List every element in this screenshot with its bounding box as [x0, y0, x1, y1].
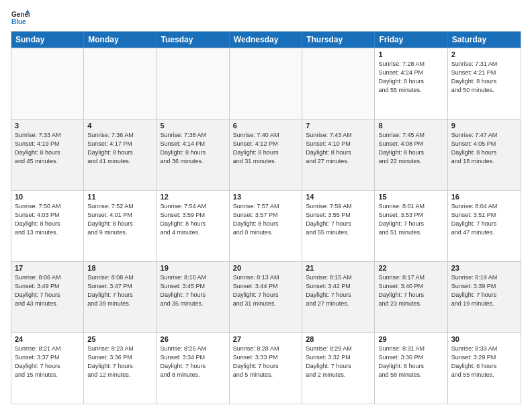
day-number: 14 [306, 193, 371, 201]
calendar-cell-4-5: 21Sunrise: 8:15 AM Sunset: 3:42 PM Dayli… [302, 262, 375, 332]
day-number: 13 [233, 193, 298, 201]
calendar-cell-4-1: 17Sunrise: 8:06 AM Sunset: 3:49 PM Dayli… [11, 262, 84, 332]
day-info: Sunrise: 7:38 AM Sunset: 4:14 PM Dayligh… [161, 131, 226, 166]
day-info: Sunrise: 8:31 AM Sunset: 3:30 PM Dayligh… [378, 345, 443, 379]
calendar-cell-2-3: 5Sunrise: 7:38 AM Sunset: 4:14 PM Daylig… [157, 120, 230, 190]
day-number: 3 [15, 122, 80, 130]
day-number: 20 [233, 264, 298, 272]
day-number: 21 [306, 264, 371, 272]
calendar-cell-2-4: 6Sunrise: 7:40 AM Sunset: 4:12 PM Daylig… [230, 120, 302, 190]
day-info: Sunrise: 8:25 AM Sunset: 3:34 PM Dayligh… [161, 345, 226, 379]
day-number: 16 [451, 193, 517, 201]
day-info: Sunrise: 8:33 AM Sunset: 3:29 PM Dayligh… [451, 345, 517, 379]
day-number: 10 [15, 193, 80, 201]
day-number: 27 [233, 335, 298, 343]
day-info: Sunrise: 7:40 AM Sunset: 4:12 PM Dayligh… [233, 131, 298, 166]
logo-icon: General Blue [11, 8, 30, 27]
calendar-cell-3-5: 14Sunrise: 7:59 AM Sunset: 3:55 PM Dayli… [302, 191, 375, 261]
calendar-cell-4-7: 23Sunrise: 8:19 AM Sunset: 3:39 PM Dayli… [448, 262, 521, 332]
page: General Blue SundayMondayTuesdayWednesda… [0, 0, 532, 411]
day-number: 11 [87, 193, 152, 201]
day-number: 29 [378, 335, 443, 343]
day-number: 23 [451, 264, 517, 272]
day-number: 9 [451, 122, 517, 130]
day-number: 26 [161, 335, 226, 343]
day-header-wednesday: Wednesday [230, 32, 302, 48]
day-info: Sunrise: 7:57 AM Sunset: 3:57 PM Dayligh… [233, 202, 298, 237]
day-info: Sunrise: 8:04 AM Sunset: 3:51 PM Dayligh… [451, 202, 517, 237]
calendar-cell-1-2 [84, 48, 157, 119]
day-info: Sunrise: 7:28 AM Sunset: 4:24 PM Dayligh… [378, 60, 443, 95]
day-number: 17 [15, 264, 80, 272]
calendar-cell-1-3 [157, 48, 230, 119]
calendar-cell-3-3: 12Sunrise: 7:54 AM Sunset: 3:59 PM Dayli… [157, 191, 230, 261]
day-info: Sunrise: 8:28 AM Sunset: 3:33 PM Dayligh… [233, 345, 298, 379]
day-number: 5 [161, 122, 226, 130]
day-info: Sunrise: 8:15 AM Sunset: 3:42 PM Dayligh… [306, 273, 371, 308]
day-info: Sunrise: 7:33 AM Sunset: 4:19 PM Dayligh… [15, 131, 80, 166]
logo: General Blue [11, 8, 30, 27]
day-number: 19 [161, 264, 226, 272]
header: General Blue [11, 8, 521, 27]
day-header-saturday: Saturday [448, 32, 521, 48]
calendar-cell-3-6: 15Sunrise: 8:01 AM Sunset: 3:53 PM Dayli… [375, 191, 447, 261]
day-number: 8 [378, 122, 443, 130]
calendar-cell-4-3: 19Sunrise: 8:10 AM Sunset: 3:45 PM Dayli… [157, 262, 230, 332]
calendar-cell-5-2: 25Sunrise: 8:23 AM Sunset: 3:36 PM Dayli… [84, 333, 157, 404]
calendar-cell-2-7: 9Sunrise: 7:47 AM Sunset: 4:05 PM Daylig… [448, 120, 521, 190]
calendar-cell-3-1: 10Sunrise: 7:50 AM Sunset: 4:03 PM Dayli… [11, 191, 84, 261]
calendar-header: SundayMondayTuesdayWednesdayThursdayFrid… [11, 32, 521, 48]
day-number: 24 [15, 335, 80, 343]
calendar-cell-5-1: 24Sunrise: 8:21 AM Sunset: 3:37 PM Dayli… [11, 333, 84, 404]
calendar-row-4: 17Sunrise: 8:06 AM Sunset: 3:49 PM Dayli… [11, 261, 521, 332]
calendar-cell-1-7: 2Sunrise: 7:31 AM Sunset: 4:21 PM Daylig… [448, 48, 521, 119]
calendar-row-3: 10Sunrise: 7:50 AM Sunset: 4:03 PM Dayli… [11, 190, 521, 261]
day-header-friday: Friday [375, 32, 447, 48]
day-info: Sunrise: 7:43 AM Sunset: 4:10 PM Dayligh… [306, 131, 371, 166]
calendar-cell-4-6: 22Sunrise: 8:17 AM Sunset: 3:40 PM Dayli… [375, 262, 447, 332]
calendar-cell-1-5 [302, 48, 375, 119]
calendar-cell-1-4 [230, 48, 302, 119]
day-header-thursday: Thursday [302, 32, 375, 48]
day-number: 25 [87, 335, 152, 343]
calendar-cell-4-4: 20Sunrise: 8:13 AM Sunset: 3:44 PM Dayli… [230, 262, 302, 332]
day-info: Sunrise: 7:36 AM Sunset: 4:17 PM Dayligh… [87, 131, 152, 166]
day-info: Sunrise: 8:23 AM Sunset: 3:36 PM Dayligh… [87, 345, 152, 379]
day-info: Sunrise: 7:31 AM Sunset: 4:21 PM Dayligh… [451, 60, 517, 95]
day-number: 12 [161, 193, 226, 201]
calendar-cell-3-7: 16Sunrise: 8:04 AM Sunset: 3:51 PM Dayli… [448, 191, 521, 261]
day-info: Sunrise: 8:06 AM Sunset: 3:49 PM Dayligh… [15, 273, 80, 308]
calendar-cell-2-2: 4Sunrise: 7:36 AM Sunset: 4:17 PM Daylig… [84, 120, 157, 190]
day-info: Sunrise: 8:10 AM Sunset: 3:45 PM Dayligh… [161, 273, 226, 308]
svg-text:Blue: Blue [11, 18, 26, 26]
calendar-cell-5-5: 28Sunrise: 8:29 AM Sunset: 3:32 PM Dayli… [302, 333, 375, 404]
day-number: 7 [306, 122, 371, 130]
calendar-cell-1-1 [11, 48, 84, 119]
calendar-cell-5-7: 30Sunrise: 8:33 AM Sunset: 3:29 PM Dayli… [448, 333, 521, 404]
day-info: Sunrise: 8:29 AM Sunset: 3:32 PM Dayligh… [306, 345, 371, 379]
day-header-sunday: Sunday [11, 32, 84, 48]
calendar-row-5: 24Sunrise: 8:21 AM Sunset: 3:37 PM Dayli… [11, 332, 521, 404]
calendar-cell-2-1: 3Sunrise: 7:33 AM Sunset: 4:19 PM Daylig… [11, 120, 84, 190]
calendar-cell-5-3: 26Sunrise: 8:25 AM Sunset: 3:34 PM Dayli… [157, 333, 230, 404]
calendar-cell-5-4: 27Sunrise: 8:28 AM Sunset: 3:33 PM Dayli… [230, 333, 302, 404]
calendar-cell-5-6: 29Sunrise: 8:31 AM Sunset: 3:30 PM Dayli… [375, 333, 447, 404]
day-number: 28 [306, 335, 371, 343]
day-number: 15 [378, 193, 443, 201]
calendar-cell-1-6: 1Sunrise: 7:28 AM Sunset: 4:24 PM Daylig… [375, 48, 447, 119]
calendar-cell-4-2: 18Sunrise: 8:08 AM Sunset: 3:47 PM Dayli… [84, 262, 157, 332]
day-info: Sunrise: 7:50 AM Sunset: 4:03 PM Dayligh… [15, 202, 80, 237]
day-info: Sunrise: 7:59 AM Sunset: 3:55 PM Dayligh… [306, 202, 371, 237]
day-number: 1 [378, 50, 443, 58]
calendar-row-1: 1Sunrise: 7:28 AM Sunset: 4:24 PM Daylig… [11, 48, 521, 119]
calendar-cell-3-4: 13Sunrise: 7:57 AM Sunset: 3:57 PM Dayli… [230, 191, 302, 261]
day-info: Sunrise: 7:52 AM Sunset: 4:01 PM Dayligh… [87, 202, 152, 237]
day-info: Sunrise: 8:17 AM Sunset: 3:40 PM Dayligh… [378, 273, 443, 308]
calendar-cell-2-6: 8Sunrise: 7:45 AM Sunset: 4:08 PM Daylig… [375, 120, 447, 190]
day-number: 2 [451, 50, 517, 58]
day-info: Sunrise: 8:08 AM Sunset: 3:47 PM Dayligh… [87, 273, 152, 308]
calendar-cell-3-2: 11Sunrise: 7:52 AM Sunset: 4:01 PM Dayli… [84, 191, 157, 261]
day-header-tuesday: Tuesday [157, 32, 230, 48]
calendar-body: 1Sunrise: 7:28 AM Sunset: 4:24 PM Daylig… [11, 48, 521, 404]
calendar-cell-2-5: 7Sunrise: 7:43 AM Sunset: 4:10 PM Daylig… [302, 120, 375, 190]
